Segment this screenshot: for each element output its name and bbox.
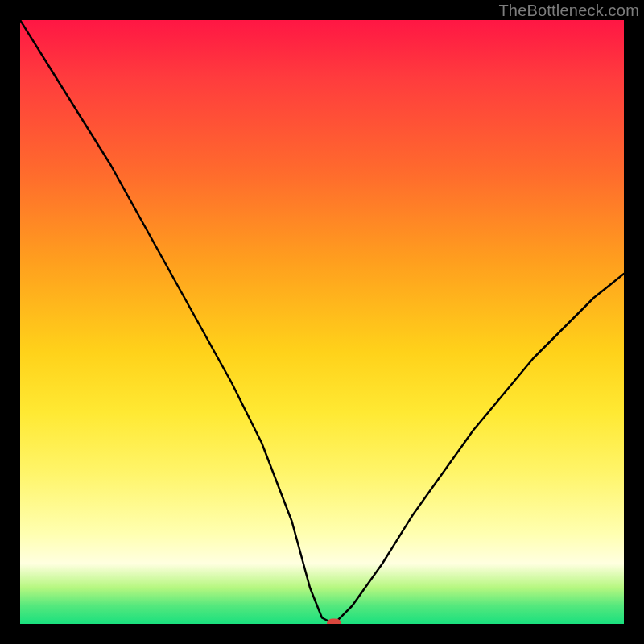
optimal-point-marker <box>327 619 341 625</box>
plot-area <box>20 20 624 624</box>
watermark-text: TheBottleneck.com <box>498 2 639 20</box>
bottleneck-curve <box>20 20 624 624</box>
chart-frame: TheBottleneck.com <box>0 0 644 644</box>
